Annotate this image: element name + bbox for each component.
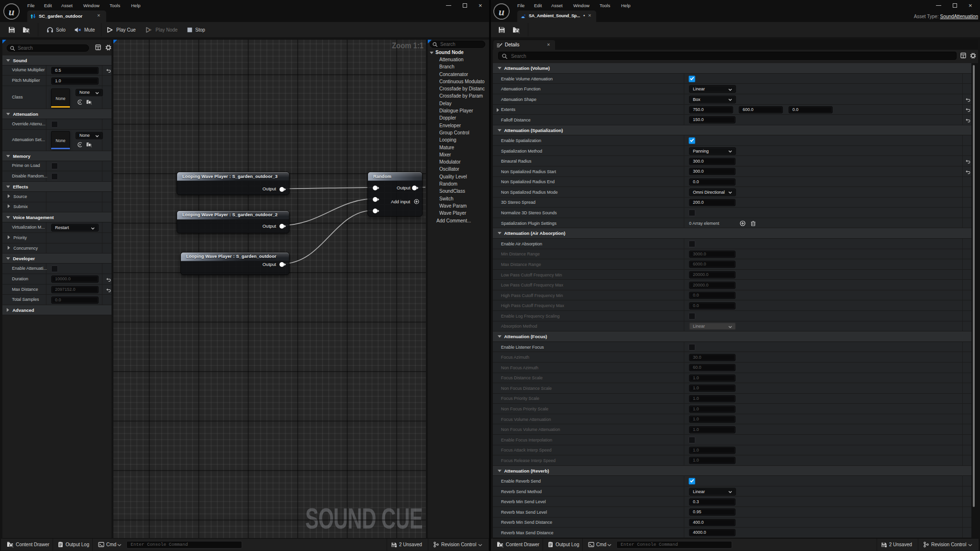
svg-text:u: u: [499, 6, 504, 18]
svg-text:u: u: [9, 6, 14, 18]
